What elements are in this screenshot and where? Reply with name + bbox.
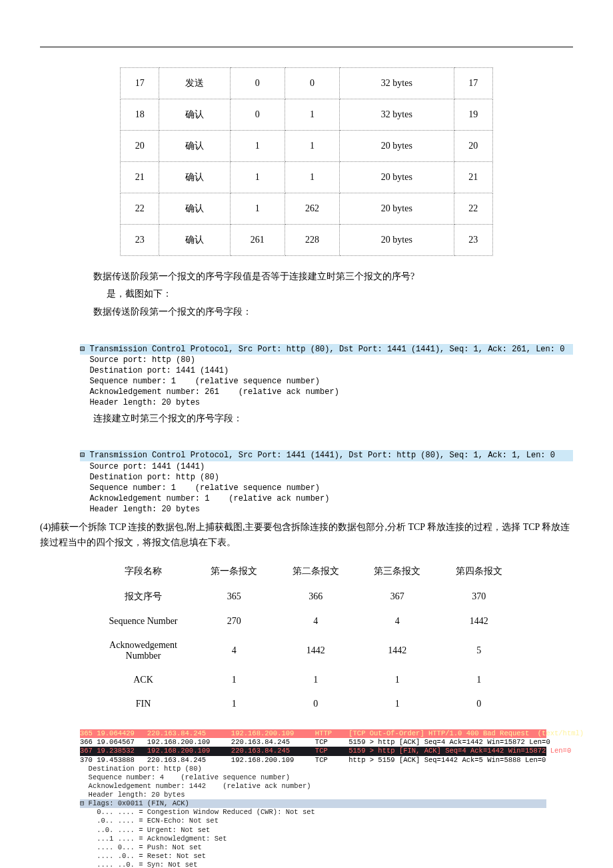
- code1-line: Transmission Control Protocol, Src Port:…: [89, 345, 564, 354]
- caption-2: 连接建立时第三个报文的序号字段：: [93, 411, 573, 426]
- caption-1: 数据传送阶段第一个报文的序号字段：: [93, 305, 573, 319]
- table-cell: 0: [275, 692, 357, 716]
- table-cell: 4: [356, 609, 438, 633]
- table-cell: 确认: [159, 193, 230, 225]
- table-cell: 365: [193, 584, 275, 609]
- table-cell: 20 bytes: [340, 162, 454, 193]
- table-cell: 1: [275, 668, 357, 692]
- table-cell: 5: [438, 633, 520, 668]
- code1-line: Sequence number: 1 (relative sequence nu…: [80, 377, 320, 386]
- table-cell: 1: [438, 668, 520, 692]
- code-block-2: ⊟ Transmission Control Protocol, Src Por…: [80, 429, 573, 515]
- table-cell: 1442: [438, 609, 520, 633]
- table-cell: 1: [356, 668, 438, 692]
- table-cell: 366: [275, 584, 357, 609]
- table-cell: 370: [438, 584, 520, 609]
- table-cell: Sequence Number: [93, 609, 193, 633]
- table-cell: 确认: [159, 225, 230, 256]
- table-cell: 4: [193, 633, 275, 668]
- tcp-table-1: 17发送0032 bytes1718确认0132 bytes1920确认1120…: [120, 67, 493, 256]
- table-cell: 20 bytes: [340, 131, 454, 162]
- table-cell: 1442: [275, 633, 357, 668]
- table-cell: FIN: [93, 692, 193, 716]
- table-cell: 261: [230, 225, 285, 256]
- table-cell: 262: [285, 193, 339, 225]
- table-cell: 23: [121, 225, 159, 256]
- code2-line: Acknowledgement number: 1 (relative ack …: [80, 494, 329, 503]
- table-cell: 确认: [159, 131, 230, 162]
- table-cell: 17: [454, 68, 492, 99]
- table-cell: 1: [230, 131, 285, 162]
- code2-line: Source port: 1441 (1441): [80, 462, 205, 471]
- table-cell: 发送: [159, 68, 230, 99]
- packet-row: 366 19.064567 192.168.200.109 220.163.84…: [80, 738, 546, 747]
- table-cell: 确认: [159, 162, 230, 193]
- table-cell: AcknowedgementNumbber: [93, 633, 193, 668]
- table-cell: 32 bytes: [340, 99, 454, 131]
- table-cell: 22: [454, 193, 492, 225]
- table-header-cell: 第三条报文: [356, 559, 438, 584]
- code1-line: Acknowledgement number: 261 (relative ac…: [80, 387, 339, 397]
- code2-line: Destination port: http (80): [80, 473, 219, 482]
- code-block-1: ⊟ Transmission Control Protocol, Src Por…: [80, 322, 573, 409]
- table-cell: 21: [454, 162, 492, 193]
- table-cell: 21: [121, 162, 159, 193]
- table-cell: 22: [121, 193, 159, 225]
- table-cell: 20 bytes: [340, 193, 454, 225]
- question-4: (4)捕获一个拆除 TCP 连接的数据包,附上捕获截图,主要要包含拆除连接的数据…: [40, 519, 573, 551]
- packet-row: 365 19.064429 220.163.84.245 192.168.200…: [80, 729, 546, 738]
- table-cell: 17: [121, 68, 159, 99]
- table-cell: ACK: [93, 668, 193, 692]
- table-header-cell: 第四条报文: [438, 559, 520, 584]
- answer-text: 是，截图如下：: [107, 287, 573, 301]
- table-header-cell: 字段名称: [93, 559, 193, 584]
- table-cell: 20: [454, 131, 492, 162]
- table-cell: 1: [285, 99, 339, 131]
- table-cell: 1: [230, 162, 285, 193]
- code1-line: Destination port: 1441 (1441): [80, 366, 229, 375]
- table-cell: 报文序号: [93, 584, 193, 609]
- table-cell: 20 bytes: [340, 225, 454, 256]
- ws-flags-header: ⊟ Flags: 0x0011 (FIN, ACK): [80, 799, 546, 808]
- packet-row: 367 19.238532 192.168.200.109 220.163.84…: [80, 747, 546, 755]
- table-cell: 1: [193, 668, 275, 692]
- table-header-cell: 第二条报文: [275, 559, 357, 584]
- header-rule: [40, 47, 573, 47]
- table-cell: 19: [454, 99, 492, 131]
- table-cell: 367: [356, 584, 438, 609]
- table-cell: 0: [230, 68, 285, 99]
- table-cell: 1: [285, 131, 339, 162]
- table-cell: 1: [285, 162, 339, 193]
- table-cell: 1: [230, 193, 285, 225]
- table-cell: 1: [356, 692, 438, 716]
- table-cell: 228: [285, 225, 339, 256]
- table-cell: 0: [285, 68, 339, 99]
- table-cell: 23: [454, 225, 492, 256]
- table-cell: 确认: [159, 99, 230, 131]
- code1-line: Source port: http (80): [80, 355, 195, 365]
- wireshark-capture: 365 19.064429 220.163.84.245 192.168.200…: [80, 729, 546, 868]
- table-cell: 4: [275, 609, 357, 633]
- table-cell: 18: [121, 99, 159, 131]
- code2-line: Transmission Control Protocol, Src Port:…: [89, 451, 555, 460]
- question-text: 数据传送阶段第一个报文的序号字段值是否等于连接建立时第三个报文的序号?: [93, 269, 573, 284]
- code1-line: Header length: 20 bytes: [80, 398, 200, 407]
- packet-row: 370 19.453888 220.163.84.245 192.168.200…: [80, 756, 546, 765]
- table-cell: 1442: [356, 633, 438, 668]
- table-cell: 0: [438, 692, 520, 716]
- table-cell: 1: [193, 692, 275, 716]
- code2-line: Header length: 20 bytes: [80, 505, 200, 514]
- table-cell: 32 bytes: [340, 68, 454, 99]
- tcp-release-table: 字段名称第一条报文第二条报文第三条报文第四条报文报文序号365366367370…: [93, 559, 520, 716]
- table-cell: 270: [193, 609, 275, 633]
- table-cell: 0: [230, 99, 285, 131]
- table-cell: 20: [121, 131, 159, 162]
- table-header-cell: 第一条报文: [193, 559, 275, 584]
- code2-line: Sequence number: 1 (relative sequence nu…: [80, 483, 320, 493]
